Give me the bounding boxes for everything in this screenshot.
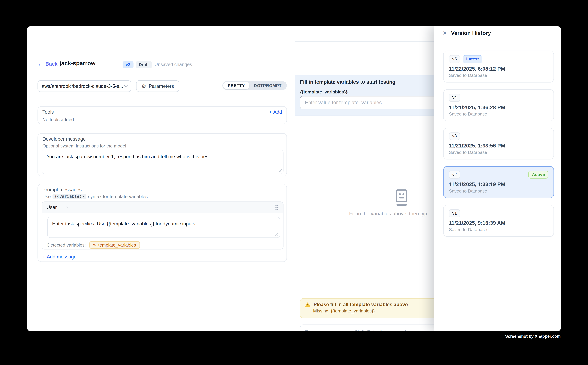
prompt-editor-panel: ← Back jack-sparrow v2 Draft Unsaved cha… bbox=[27, 26, 295, 331]
version-date: 11/21/2025, 9:16:39 AM bbox=[449, 220, 548, 226]
plus-icon: + bbox=[269, 109, 272, 115]
hint-suffix: syntax for template variables bbox=[88, 194, 148, 199]
developer-message-textarea[interactable]: You are jack sparrow number 1, respond a… bbox=[42, 150, 284, 174]
variables-heading: Fill in template variables to start test… bbox=[300, 79, 395, 85]
version-list: v5 Latest 11/22/2025, 6:08:12 PM Saved t… bbox=[443, 51, 554, 237]
prompt-messages-hint: Use {{variable}} syntax for template var… bbox=[42, 194, 148, 199]
version-status-badge: Active bbox=[529, 171, 548, 179]
toggle-dotprompt[interactable]: DOTPROMPT bbox=[249, 82, 286, 89]
version-badge-row: v1 bbox=[449, 209, 548, 217]
developer-message-subtitle: Optional system instructions for the mod… bbox=[42, 143, 126, 148]
page-title: jack-sparrow bbox=[60, 60, 95, 67]
variable-name-label: {{template_variables}} bbox=[300, 89, 348, 95]
version-badge-row: v3 bbox=[449, 132, 548, 140]
prompt-messages-card: Prompt messages Use {{variable}} syntax … bbox=[38, 184, 287, 262]
chevron-down-icon bbox=[124, 84, 128, 87]
toggle-pretty[interactable]: PRETTY bbox=[223, 82, 249, 89]
unsaved-changes-label: Unsaved changes bbox=[154, 62, 192, 67]
pencil-icon: ✎ bbox=[93, 243, 96, 247]
drag-handle-icon[interactable] bbox=[275, 204, 279, 210]
tools-empty-text: No tools added bbox=[42, 117, 74, 122]
version-history-header: ✕ Version History bbox=[434, 26, 561, 40]
message-value: Enter task specifics. Use {{template_var… bbox=[52, 221, 195, 227]
version-source: Saved to Database bbox=[449, 73, 548, 78]
back-label: Back bbox=[45, 61, 58, 67]
tools-title: Tools bbox=[42, 109, 54, 115]
hint-prefix: Use bbox=[42, 194, 51, 199]
version-badge-row: v5 Latest bbox=[449, 55, 548, 63]
tools-card: Tools + Add No tools added bbox=[38, 106, 287, 124]
add-tool-button[interactable]: + Add bbox=[269, 109, 282, 115]
version-card[interactable]: v1 11/21/2025, 9:16:39 AM Saved to Datab… bbox=[443, 205, 554, 237]
plus-icon: + bbox=[42, 254, 45, 260]
editor-header: ← Back jack-sparrow v2 Draft Unsaved cha… bbox=[27, 26, 295, 75]
back-arrow-icon: ← bbox=[38, 61, 43, 67]
add-tool-label: Add bbox=[273, 109, 282, 115]
resize-grip-icon[interactable] bbox=[275, 232, 279, 236]
parameters-label: Parameters bbox=[149, 83, 174, 89]
app-window: ← Back jack-sparrow v2 Draft Unsaved cha… bbox=[27, 26, 561, 331]
warning-icon bbox=[305, 302, 311, 307]
draft-status-badge: Draft bbox=[136, 61, 152, 68]
version-source: Saved to Database bbox=[449, 227, 548, 232]
version-id-badge: v1 bbox=[449, 209, 460, 217]
developer-message-title: Developer message bbox=[42, 136, 86, 142]
version-source: Saved to Database bbox=[449, 188, 548, 194]
detected-variables-label: Detected variables: bbox=[47, 242, 86, 248]
chevron-down-icon bbox=[67, 205, 70, 208]
warning-title: Please fill in all template variables ab… bbox=[313, 302, 408, 307]
version-date: 11/22/2025, 6:08:12 PM bbox=[449, 66, 548, 72]
version-date: 11/21/2025, 1:33:56 PM bbox=[449, 143, 548, 149]
version-card[interactable]: v5 Latest 11/22/2025, 6:08:12 PM Saved t… bbox=[443, 51, 554, 83]
version-date: 11/21/2025, 1:33:19 PM bbox=[449, 181, 548, 187]
version-date: 11/21/2025, 1:36:28 PM bbox=[449, 104, 548, 110]
version-badge: v2 bbox=[123, 61, 133, 68]
version-badge-row: v4 bbox=[449, 94, 548, 101]
message-block: User Enter task specifics. Use {{templat… bbox=[42, 202, 284, 249]
screenshot-canvas: ← Back jack-sparrow v2 Draft Unsaved cha… bbox=[0, 0, 588, 365]
message-role-select[interactable]: User bbox=[47, 204, 57, 210]
version-id-badge: v2 bbox=[449, 171, 460, 179]
version-card[interactable]: v4 11/21/2025, 1:36:28 PM Saved to Datab… bbox=[443, 89, 554, 121]
version-source: Saved to Database bbox=[449, 111, 548, 116]
developer-message-card: Developer message Optional system instru… bbox=[38, 133, 287, 176]
message-role-header: User bbox=[42, 202, 283, 213]
developer-message-value: You are jack sparrow number 1, respond a… bbox=[47, 154, 211, 160]
add-message-button[interactable]: + Add message bbox=[42, 254, 76, 260]
add-message-label: Add message bbox=[47, 254, 76, 260]
close-icon[interactable]: ✕ bbox=[443, 30, 447, 35]
variable-syntax-chip: {{variable}} bbox=[53, 194, 86, 199]
gear-icon: ⚙ bbox=[141, 84, 146, 89]
view-mode-toggle: PRETTY DOTPROMPT bbox=[222, 81, 287, 90]
detected-variable-name: template_variables bbox=[98, 242, 136, 248]
version-id-badge: v4 bbox=[449, 94, 460, 101]
prompt-messages-title: Prompt messages bbox=[42, 187, 82, 192]
version-card[interactable]: v2 Active 11/21/2025, 1:33:19 PM Saved t… bbox=[443, 166, 554, 198]
version-source: Saved to Database bbox=[449, 150, 548, 155]
model-selector-dropdown[interactable]: aws/anthropic/bedrock-claude-3-5-s... bbox=[38, 80, 131, 92]
watermark-label: Screenshot by Xnapper.com bbox=[505, 334, 560, 338]
resize-grip-icon[interactable] bbox=[278, 168, 282, 173]
version-id-badge: v3 bbox=[449, 132, 460, 140]
empty-state-text: Fill in the variables above, then typ bbox=[349, 211, 427, 217]
version-history-title: Version History bbox=[451, 30, 491, 36]
version-badge-row: v2 Active bbox=[449, 171, 548, 179]
model-selector-value: aws/anthropic/bedrock-claude-3-5-s... bbox=[42, 83, 123, 89]
version-card[interactable]: v3 11/21/2025, 1:33:56 PM Saved to Datab… bbox=[443, 128, 554, 160]
detected-variable-chip[interactable]: ✎ template_variables bbox=[89, 241, 140, 249]
back-button[interactable]: ← Back bbox=[38, 61, 58, 67]
message-textarea[interactable]: Enter task specifics. Use {{template_var… bbox=[47, 217, 280, 238]
version-id-badge: v5 bbox=[449, 55, 460, 63]
version-status-badge: Latest bbox=[463, 55, 482, 63]
parameters-button[interactable]: ⚙ Parameters bbox=[136, 80, 179, 92]
detected-variables-row: Detected variables: ✎ template_variables bbox=[47, 241, 140, 249]
robot-icon bbox=[395, 189, 408, 206]
version-history-panel: ✕ Version History v5 Latest 11/22/2025, … bbox=[434, 26, 561, 331]
